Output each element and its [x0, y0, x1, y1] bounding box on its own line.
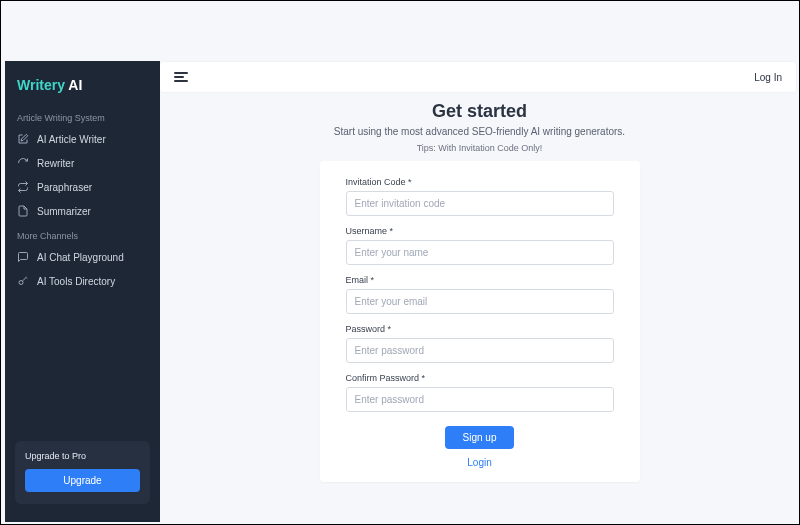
chat-icon	[17, 251, 29, 263]
sidebar-item-label: Summarizer	[37, 206, 91, 217]
confirm-password-label: Confirm Password *	[346, 373, 614, 383]
sidebar-item-summarizer[interactable]: Summarizer	[5, 199, 160, 223]
sidebar-section-more: More Channels	[5, 223, 160, 245]
signup-form: Invitation Code * Username * Email * Pas…	[320, 161, 640, 482]
main: Log In Get started Start using the most …	[160, 1, 799, 524]
svg-point-0	[19, 281, 23, 285]
sidebar-item-label: Paraphraser	[37, 182, 92, 193]
upgrade-card: Upgrade to Pro Upgrade	[15, 441, 150, 504]
sidebar: Writery AI Article Writing System AI Art…	[5, 61, 160, 522]
sidebar-item-label: AI Chat Playground	[37, 252, 124, 263]
email-label: Email *	[346, 275, 614, 285]
brand-logo: Writery AI	[5, 71, 160, 105]
menu-icon[interactable]	[174, 72, 188, 82]
password-label: Password *	[346, 324, 614, 334]
invitation-tip: Tips: With Invitation Code Only!	[180, 143, 779, 153]
login-link-top[interactable]: Log In	[754, 72, 782, 83]
login-link-bottom[interactable]: Login	[346, 457, 614, 468]
edit-icon	[17, 133, 29, 145]
sidebar-section-writing: Article Writing System	[5, 105, 160, 127]
sidebar-item-label: AI Tools Directory	[37, 276, 115, 287]
sidebar-item-ai-chat-playground[interactable]: AI Chat Playground	[5, 245, 160, 269]
sidebar-item-label: Rewriter	[37, 158, 74, 169]
sidebar-item-rewriter[interactable]: Rewriter	[5, 151, 160, 175]
topbar: Log In	[160, 62, 796, 92]
page-subheading: Start using the most advanced SEO-friend…	[180, 126, 779, 137]
upgrade-button[interactable]: Upgrade	[25, 469, 140, 492]
brand-part1: Writery	[17, 77, 65, 93]
content: Get started Start using the most advance…	[160, 101, 799, 502]
sidebar-item-ai-tools-directory[interactable]: AI Tools Directory	[5, 269, 160, 293]
rewrite-icon	[17, 157, 29, 169]
confirm-password-input[interactable]	[346, 387, 614, 412]
upgrade-title: Upgrade to Pro	[25, 451, 140, 461]
sidebar-item-paraphraser[interactable]: Paraphraser	[5, 175, 160, 199]
email-input[interactable]	[346, 289, 614, 314]
page-heading: Get started	[180, 101, 779, 122]
key-icon	[17, 275, 29, 287]
sidebar-item-label: AI Article Writer	[37, 134, 106, 145]
brand-part2: AI	[65, 77, 82, 93]
sidebar-item-ai-article-writer[interactable]: AI Article Writer	[5, 127, 160, 151]
repeat-icon	[17, 181, 29, 193]
signup-button[interactable]: Sign up	[445, 426, 515, 449]
invitation-code-input[interactable]	[346, 191, 614, 216]
username-label: Username *	[346, 226, 614, 236]
document-icon	[17, 205, 29, 217]
invite-label: Invitation Code *	[346, 177, 614, 187]
username-input[interactable]	[346, 240, 614, 265]
password-input[interactable]	[346, 338, 614, 363]
